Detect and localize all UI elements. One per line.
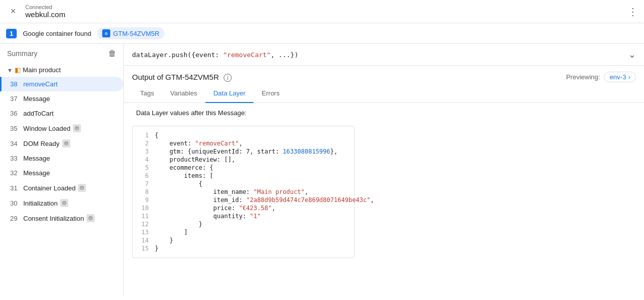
- svg-text:⊙: ⊙: [65, 142, 68, 145]
- line-text: }: [155, 221, 202, 228]
- output-title: Output of GTM-54ZVM5R: [132, 73, 219, 81]
- item-number: 36: [10, 110, 20, 117]
- line-text: item_name: "Main product",: [155, 188, 308, 195]
- line-text: item_id: "2a88d9b59d474c7e869d8071649be4…: [155, 196, 374, 204]
- event-icon: ◧: [15, 66, 21, 74]
- sidebar-item-addtocart-36[interactable]: 36addToCart: [0, 106, 123, 121]
- code-line: 10 price: "€423.58",: [133, 204, 354, 212]
- item-label: DOM Ready: [23, 140, 60, 147]
- item-label: removeCart: [23, 80, 58, 88]
- code-line: 15}: [133, 244, 354, 253]
- item-number: 32: [10, 169, 20, 177]
- line-number: 5: [139, 164, 149, 171]
- sidebar-items-list: 38removeCart37Message36addToCart35Window…: [0, 77, 123, 226]
- sidebar-item-message-32[interactable]: 32Message: [0, 166, 123, 180]
- line-number: 7: [139, 180, 149, 187]
- line-number: 2: [139, 140, 149, 147]
- line-text: {: [155, 132, 158, 139]
- gtm-logo-icon: G: [103, 30, 109, 36]
- item-label: Window Loaded: [23, 125, 70, 132]
- env-chevron-icon: ›: [628, 73, 630, 81]
- item-number: 35: [10, 125, 20, 132]
- item-badge-icon: ⊙: [87, 214, 95, 222]
- svg-text:G: G: [105, 32, 108, 35]
- line-number: 13: [139, 229, 149, 236]
- data-layer-code-block: 1{2 event: "removeCart",3 gtm: {uniqueEv…: [132, 126, 355, 258]
- output-header: Output of GTM-54ZVM5R i Previewing: env-…: [124, 66, 644, 82]
- item-label: Consent Initialization: [23, 215, 84, 222]
- tree-parent-label: Main product: [23, 66, 61, 74]
- tab-errors[interactable]: Errors: [253, 84, 287, 103]
- item-number: 33: [10, 155, 20, 162]
- output-title-area: Output of GTM-54ZVM5R i: [132, 73, 232, 82]
- env-label: env-3: [610, 73, 626, 81]
- line-text: ecommerce: {: [155, 164, 213, 171]
- sidebar-item-removecart-38[interactable]: 38removeCart: [0, 77, 123, 91]
- code-line: 6 items: [: [133, 172, 354, 180]
- tab-variables[interactable]: Variables: [162, 84, 205, 103]
- item-label: Message: [23, 169, 50, 177]
- line-number: 14: [139, 237, 149, 244]
- sidebar-item-window-loaded-35[interactable]: 35Window Loaded⊙: [0, 121, 123, 136]
- line-number: 11: [139, 213, 149, 220]
- red-arrow-svg: [124, 104, 126, 119]
- item-number: 38: [10, 80, 20, 88]
- string-value: "removeCart": [195, 140, 239, 147]
- sidebar-item-initialization-30[interactable]: 30Initialization⊙: [0, 195, 123, 211]
- sidebar-title: Summary: [7, 49, 37, 58]
- item-badge-icon: ⊙: [60, 199, 68, 207]
- delete-icon[interactable]: 🗑: [108, 49, 116, 58]
- string-value: "1": [250, 213, 261, 220]
- item-badge-icon: ⊙: [78, 184, 86, 192]
- tab-tags[interactable]: Tags: [132, 84, 162, 103]
- line-number: 15: [139, 245, 149, 252]
- line-text: items: [: [155, 172, 213, 179]
- code-line: 9 item_id: "2a88d9b59d474c7e869d8071649b…: [133, 196, 354, 204]
- code-line: 5 ecommerce: {: [133, 164, 354, 172]
- line-number: 1: [139, 132, 149, 139]
- close-button[interactable]: ×: [6, 5, 20, 19]
- item-badge-icon: ⊙: [73, 124, 81, 132]
- more-button[interactable]: ⋮: [628, 6, 638, 18]
- svg-text:⊙: ⊙: [75, 127, 78, 130]
- tab-data-layer[interactable]: Data Layer: [205, 84, 254, 103]
- main-layout: Summary 🗑 ▼ ◧ Main product 38removeCart3…: [0, 44, 644, 296]
- tree-arrow-icon: ▼: [7, 67, 13, 73]
- line-text: }: [155, 237, 173, 244]
- connected-label: Connected: [25, 4, 65, 10]
- line-number: 8: [139, 188, 149, 195]
- sidebar-item-message-33[interactable]: 33Message: [0, 151, 123, 166]
- string-value: "Main product": [253, 188, 305, 195]
- line-text: }: [155, 245, 158, 252]
- gtm-id-label: GTM-54ZVM5R: [113, 30, 159, 37]
- sidebar: Summary 🗑 ▼ ◧ Main product 38removeCart3…: [0, 44, 124, 296]
- line-number: 3: [139, 148, 149, 155]
- close-icon: ×: [11, 6, 16, 17]
- item-label: addToCart: [23, 110, 54, 117]
- sidebar-item-dom-ready-34[interactable]: 34DOM Ready⊙: [0, 136, 123, 151]
- item-number: 37: [10, 95, 20, 103]
- sidebar-item-message-37[interactable]: 37Message: [0, 91, 123, 106]
- expand-chevron-icon[interactable]: ⌄: [628, 49, 636, 60]
- code-line: 13 ]: [133, 228, 354, 236]
- code-line: 11 quantity: "1": [133, 212, 354, 220]
- code-line: 12 }: [133, 220, 354, 228]
- string-value: "€423.58": [239, 205, 272, 212]
- item-number: 30: [10, 199, 20, 207]
- event-code-display: dataLayer.push({event: "removeCart", ...…: [132, 51, 298, 59]
- sidebar-header: Summary 🗑: [0, 44, 123, 63]
- previewing-label: Previewing:: [566, 73, 600, 81]
- tree-parent-item[interactable]: ▼ ◧ Main product: [0, 63, 123, 77]
- svg-text:⊙: ⊙: [80, 186, 83, 190]
- item-number: 29: [10, 215, 20, 222]
- item-label: Message: [23, 155, 50, 162]
- line-text: {: [155, 180, 202, 187]
- code-line: 3 gtm: {uniqueEventId: 7, start: 1633080…: [133, 147, 354, 156]
- gtm-icon: G: [102, 29, 110, 37]
- line-number: 6: [139, 172, 149, 179]
- sidebar-item-container-loaded-31[interactable]: 31Container Loaded⊙: [0, 180, 123, 195]
- info-icon[interactable]: i: [224, 74, 232, 82]
- sidebar-item-consent-initialization-29[interactable]: 29Consent Initialization⊙: [0, 211, 123, 226]
- env-selector[interactable]: env-3 ›: [604, 72, 636, 82]
- gtm-chip[interactable]: G GTM-54ZVM5R: [97, 27, 164, 39]
